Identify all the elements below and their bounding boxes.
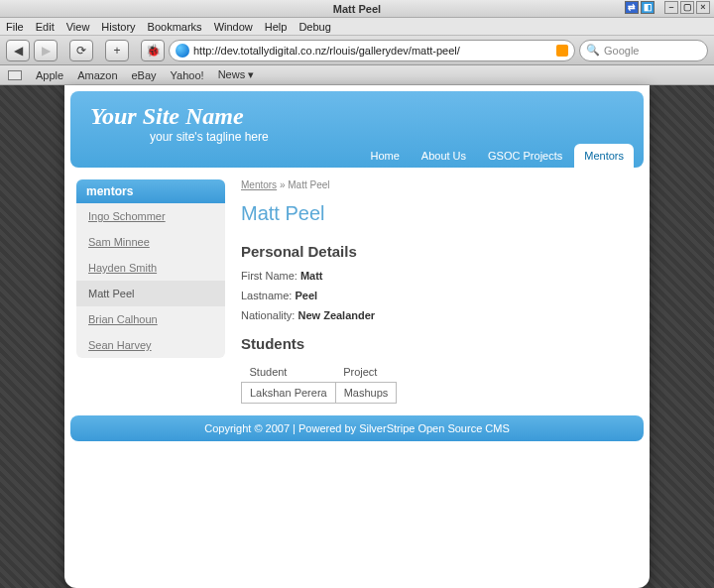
back-button[interactable]: ◀: [6, 40, 30, 61]
menu-view[interactable]: View: [66, 21, 90, 33]
lastname-label: Lastname:: [241, 290, 292, 301]
bookmarks-menu-icon[interactable]: [8, 70, 22, 80]
site-tagline: your site's tagline here: [150, 130, 624, 144]
detail-lastname: Lastname: Peel: [241, 290, 638, 301]
reload-button[interactable]: ⟳: [69, 40, 93, 61]
search-placeholder: Google: [604, 45, 639, 57]
table-row: Lakshan Perera Mashups: [242, 383, 397, 404]
menu-window[interactable]: Window: [214, 21, 253, 33]
section-students: Students: [241, 335, 638, 352]
section-personal-details: Personal Details: [241, 243, 638, 260]
bookmark-yahoo[interactable]: Yahoo!: [171, 69, 204, 81]
site-title: Your Site Name: [90, 103, 624, 130]
bookmarks-bar: Apple Amazon eBay Yahoo! News ▾: [0, 65, 714, 85]
browser-viewport: Your Site Name your site's tagline here …: [0, 85, 714, 588]
app-menubar: File Edit View History Bookmarks Window …: [0, 18, 714, 36]
app-icon-2[interactable]: ◧: [641, 1, 654, 14]
students-table: Student Project Lakshan Perera Mashups: [241, 362, 397, 404]
browser-toolbar: ◀ ▶ ⟳ + 🐞 http://dev.totallydigital.co.n…: [0, 36, 714, 65]
breadcrumb: Mentors » Matt Peel: [241, 179, 638, 190]
sidebar: mentors Ingo Schommer Sam Minnee Hayden …: [76, 179, 225, 358]
url-bar[interactable]: http://dev.totallydigital.co.nz/rlouis/g…: [169, 40, 575, 61]
nationality-label: Nationality:: [241, 309, 295, 321]
sidebar-header: mentors: [76, 179, 225, 203]
site-favicon-icon: [176, 44, 189, 58]
menu-debug[interactable]: Debug: [298, 21, 330, 33]
sidebar-item-sam[interactable]: Sam Minnee: [76, 229, 225, 255]
th-student: Student: [242, 362, 336, 383]
td-project: Mashups: [335, 383, 397, 404]
breadcrumb-current: Matt Peel: [288, 179, 329, 190]
add-button[interactable]: +: [105, 40, 129, 61]
firstname-label: First Name:: [241, 270, 298, 282]
window-titlebar: Matt Peel ⇄ ◧ – ▢ ×: [0, 0, 714, 18]
menu-bookmarks[interactable]: Bookmarks: [148, 21, 202, 33]
nav-mentors[interactable]: Mentors: [574, 144, 634, 168]
search-icon: 🔍: [586, 44, 600, 57]
bookmark-amazon[interactable]: Amazon: [77, 69, 117, 81]
nav-home[interactable]: Home: [360, 144, 409, 168]
nav-gsoc[interactable]: GSOC Projects: [478, 144, 572, 168]
detail-firstname: First Name: Matt: [241, 270, 638, 282]
nav-about[interactable]: About Us: [412, 144, 476, 168]
site-header: Your Site Name your site's tagline here …: [70, 91, 644, 168]
sidebar-item-brian[interactable]: Brian Calhoun: [76, 306, 225, 332]
breadcrumb-link[interactable]: Mentors: [241, 179, 277, 190]
page-title: Matt Peel: [241, 202, 638, 225]
main-nav: Home About Us GSOC Projects Mentors: [360, 144, 634, 168]
site-footer: Copyright © 2007 | Powered by SilverStri…: [70, 415, 644, 441]
sidebar-item-sean[interactable]: Sean Harvey: [76, 332, 225, 358]
minimize-button[interactable]: –: [664, 1, 678, 14]
td-student: Lakshan Perera: [242, 383, 336, 404]
menu-history[interactable]: History: [101, 21, 135, 33]
search-bar[interactable]: 🔍 Google: [579, 40, 708, 61]
maximize-button[interactable]: ▢: [680, 1, 694, 14]
breadcrumb-sep: »: [280, 179, 286, 190]
bookmark-ebay[interactable]: eBay: [132, 69, 157, 81]
bookmark-apple[interactable]: Apple: [36, 69, 63, 81]
site-container: Your Site Name your site's tagline here …: [64, 85, 650, 588]
detail-nationality: Nationality: New Zealander: [241, 309, 638, 321]
th-project: Project: [335, 362, 397, 383]
firstname-value: Matt: [300, 270, 323, 282]
sidebar-item-matt[interactable]: Matt Peel: [76, 281, 225, 306]
close-button[interactable]: ×: [696, 1, 710, 14]
menu-edit[interactable]: Edit: [36, 21, 55, 33]
sidebar-item-hayden[interactable]: Hayden Smith: [76, 255, 225, 281]
app-icon-1[interactable]: ⇄: [625, 1, 639, 14]
rss-icon[interactable]: [556, 45, 568, 57]
nationality-value: New Zealander: [298, 309, 375, 321]
sidebar-item-ingo[interactable]: Ingo Schommer: [76, 203, 225, 229]
window-title: Matt Peel: [333, 3, 381, 15]
bug-button[interactable]: 🐞: [141, 40, 165, 61]
bookmark-news[interactable]: News ▾: [218, 68, 255, 81]
forward-button[interactable]: ▶: [34, 40, 58, 61]
menu-help[interactable]: Help: [265, 21, 288, 33]
menu-file[interactable]: File: [6, 21, 24, 33]
lastname-value: Peel: [295, 290, 317, 301]
main-content: Mentors » Matt Peel Matt Peel Personal D…: [241, 179, 638, 404]
url-text: http://dev.totallydigital.co.nz/rlouis/g…: [193, 45, 552, 57]
